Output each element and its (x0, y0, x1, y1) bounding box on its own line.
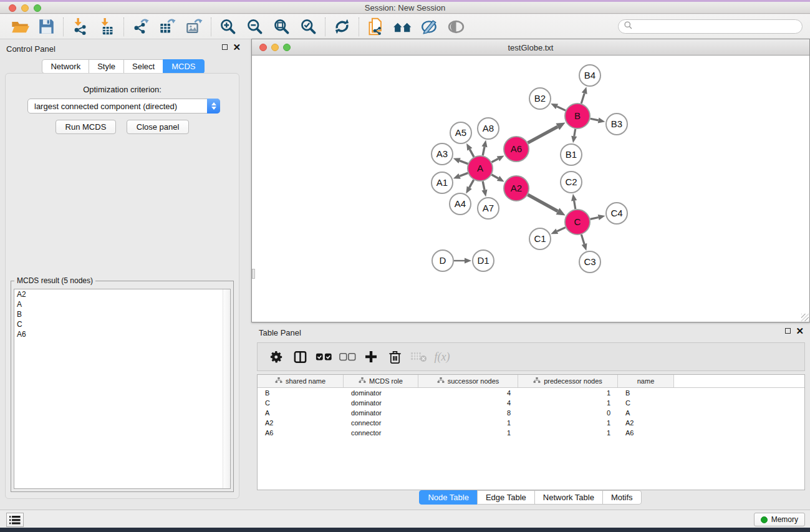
select-all-columns-icon[interactable] (312, 346, 335, 367)
table-cell[interactable]: 8 (418, 409, 518, 417)
table-row[interactable]: A2connector11A2 (258, 418, 804, 428)
search-box[interactable] (618, 19, 803, 34)
zoom-selected-icon[interactable] (295, 16, 322, 37)
tab-node-table[interactable]: Node Table (419, 490, 478, 505)
tab-edge-table[interactable]: Edge Table (477, 490, 535, 505)
table-row[interactable]: A6connector11A6 (258, 428, 804, 438)
import-table-icon[interactable] (94, 16, 120, 37)
close-panel-button[interactable]: Close panel (127, 120, 190, 134)
tab-select[interactable]: Select (123, 59, 163, 74)
table-cell[interactable]: 1 (418, 429, 518, 437)
table-cell[interactable]: A6 (618, 429, 674, 437)
table-cell[interactable]: 4 (418, 389, 518, 397)
float-panel-icon[interactable] (222, 44, 228, 50)
export-network-icon[interactable] (127, 16, 154, 37)
edge-A-A7[interactable] (483, 181, 485, 190)
tab-mcds[interactable]: MCDS (163, 59, 204, 74)
table-cell[interactable]: A6 (258, 429, 344, 437)
unselect-all-columns-icon[interactable] (336, 346, 359, 367)
table-cell[interactable]: C (618, 399, 674, 407)
mcds-result-item[interactable]: A (14, 299, 230, 309)
edge-A6-B[interactable] (528, 127, 558, 143)
table-cell[interactable]: 1 (418, 419, 518, 427)
table-cell[interactable]: dominator (344, 409, 418, 417)
edge-A-A1[interactable] (460, 173, 468, 176)
table-cell[interactable]: A2 (258, 419, 344, 427)
edge-C-C4[interactable] (591, 218, 599, 220)
table-float-panel-icon[interactable] (785, 328, 791, 334)
edge-A-A5[interactable] (470, 149, 474, 157)
memory-button[interactable]: Memory (754, 513, 805, 526)
save-icon[interactable] (33, 16, 60, 37)
mcds-result-list[interactable]: A2ABCA6 (14, 289, 231, 489)
edge-B-B2[interactable] (557, 107, 566, 110)
pane-divider-thumb[interactable] (252, 269, 255, 279)
delete-row-icon[interactable] (383, 346, 406, 367)
export-table-icon[interactable] (154, 16, 181, 37)
tab-network[interactable]: Network (42, 59, 89, 74)
edge-A-A3[interactable] (460, 161, 468, 164)
table-close-panel-icon[interactable]: ✕ (796, 328, 804, 334)
table-cell[interactable]: connector (344, 419, 418, 427)
network-graph[interactable]: AA2A6BCA1A3A4A5A7A8B1B2B3B4C1C2C3C4DD1 (252, 56, 809, 322)
edge-A2-C[interactable] (528, 195, 557, 211)
resize-grip-icon[interactable] (801, 314, 809, 321)
table-cell[interactable]: dominator (344, 389, 418, 397)
task-history-button[interactable] (6, 513, 24, 527)
mcds-result-item[interactable]: A6 (14, 329, 230, 339)
tab-motifs[interactable]: Motifs (602, 490, 642, 505)
table-row[interactable]: Adominator80A (258, 408, 804, 418)
table-cell[interactable]: connector (344, 429, 418, 437)
column-header-MCDS-role[interactable]: MCDS role (344, 375, 418, 387)
search-input[interactable] (636, 22, 797, 31)
edge-A-A6[interactable] (492, 159, 498, 163)
table-cell[interactable]: A (258, 409, 344, 417)
column-header-successor-nodes[interactable]: successor nodes (418, 375, 518, 387)
import-network-icon[interactable] (67, 16, 94, 37)
columns-icon[interactable] (289, 346, 311, 367)
export-image-icon[interactable] (181, 16, 208, 37)
gear-icon[interactable] (265, 346, 287, 367)
table-cell[interactable]: 0 (518, 409, 618, 417)
refresh-icon[interactable] (329, 16, 355, 37)
network-canvas[interactable]: AA2A6BCA1A3A4A5A7A8B1B2B3B4C1C2C3C4DD1 (252, 56, 809, 322)
column-header-shared-name[interactable]: shared name (258, 375, 344, 387)
zoom-out-icon[interactable] (241, 16, 268, 37)
edge-B-B3[interactable] (591, 118, 599, 120)
mcds-result-item[interactable]: A2 (14, 289, 230, 299)
table-cell[interactable]: C (258, 399, 344, 407)
edge-C-C3[interactable] (581, 235, 584, 244)
zoom-fit-icon[interactable] (268, 16, 295, 37)
edge-B-B4[interactable] (581, 94, 584, 104)
optimization-criterion-select[interactable]: largest connected component (directed) (27, 99, 220, 114)
result-list-scrollbar[interactable] (223, 289, 230, 488)
network-from-selection-icon[interactable] (362, 16, 389, 37)
edge-B-B1[interactable] (574, 129, 576, 137)
hide-annotations-icon[interactable] (416, 16, 443, 37)
show-graphics-details-icon[interactable] (443, 16, 470, 37)
add-row-icon[interactable] (360, 346, 382, 367)
table-cell[interactable]: 1 (518, 419, 618, 427)
table-cell[interactable]: 4 (418, 399, 518, 407)
close-panel-icon[interactable]: ✕ (233, 44, 241, 50)
edge-C-C1[interactable] (557, 228, 565, 231)
table-cell[interactable]: dominator (344, 399, 418, 407)
tab-style[interactable]: Style (89, 59, 124, 74)
edge-C-C2[interactable] (574, 201, 576, 210)
table-row[interactable]: Cdominator41C (258, 398, 804, 408)
edge-A-A4[interactable] (470, 180, 474, 188)
edge-A-A8[interactable] (483, 147, 485, 155)
tab-network-table[interactable]: Network Table (534, 490, 603, 505)
edge-A-A2[interactable] (491, 175, 498, 178)
open-folder-icon[interactable] (6, 16, 33, 37)
table-row[interactable]: Bdominator41B (258, 388, 804, 398)
table-cell[interactable]: B (618, 389, 674, 397)
table-cell[interactable]: 1 (518, 429, 618, 437)
node-table[interactable]: shared nameMCDS rolesuccessor nodesprede… (257, 374, 805, 490)
zoom-in-icon[interactable] (215, 16, 241, 37)
run-mcds-button[interactable]: Run MCDS (55, 120, 117, 134)
table-cell[interactable]: 1 (518, 389, 618, 397)
table-cell[interactable]: 1 (518, 399, 618, 407)
mcds-result-item[interactable]: B (14, 309, 230, 319)
table-cell[interactable]: B (258, 389, 344, 397)
